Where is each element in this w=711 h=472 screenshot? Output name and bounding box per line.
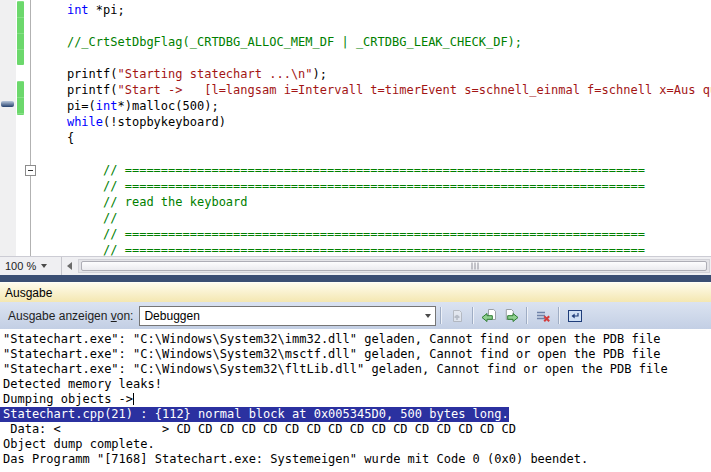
output-panel-title[interactable]: Ausgabe [0, 282, 711, 302]
show-output-from-label: Ausgabe anzeigen von: [8, 309, 133, 323]
clear-all-button[interactable] [532, 305, 554, 327]
next-message-button[interactable] [500, 305, 522, 327]
code-lines[interactable]: int *pi; //_CrtSetDbgFlag(_CRTDBG_ALLOC_… [0, 0, 711, 256]
editor-zoom-value: 100 % [5, 260, 36, 272]
output-line: Detected memory leaks! [3, 377, 711, 392]
editor-bottom-bar: 100 % [0, 256, 711, 275]
code-line: int *pi; [38, 2, 711, 18]
text-caret [133, 393, 134, 405]
output-title-label: Ausgabe [5, 286, 52, 300]
code-line: // read the keyboard [38, 194, 711, 210]
visual-studio-window: int *pi; //_CrtSetDbgFlag(_CRTDBG_ALLOC_… [0, 0, 711, 472]
output-source-value: Debuggen [140, 309, 420, 323]
code-line [38, 50, 711, 66]
output-line: "Statechart.exe": "C:\Windows\System32\i… [3, 332, 711, 347]
code-line [38, 18, 711, 34]
previous-message-button[interactable] [478, 305, 500, 327]
output-line: "Statechart.exe": "C:\Windows\System32\m… [3, 347, 711, 362]
toolbar-separator [558, 307, 560, 324]
previous-message-icon [481, 308, 497, 324]
code-line: { [38, 130, 711, 146]
output-line: "Statechart.exe": "C:\Windows\System32\f… [3, 362, 711, 377]
toolbar-separator [526, 307, 528, 324]
editor-zoom-dropdown[interactable]: 100 % [0, 257, 62, 275]
output-toolbar: Ausgabe anzeigen von: Debuggen [0, 302, 711, 329]
code-line: while(!stopbykeyboard) [38, 114, 711, 130]
toggle-word-wrap-button[interactable] [564, 305, 586, 327]
go-to-message-icon [449, 308, 465, 324]
output-source-combobox[interactable]: Debuggen [139, 306, 436, 326]
go-to-message-button[interactable] [446, 305, 468, 327]
output-line: Object dump complete. [3, 437, 711, 452]
code-line: // =====================================… [38, 162, 711, 178]
output-line: Das Programm "[7168] Statechart.exe: Sys… [3, 452, 711, 467]
output-line: Statechart.cpp(21) : {112} normal block … [3, 407, 711, 422]
scrollbar-grip-icon [472, 263, 479, 270]
hscroll-thumb[interactable] [81, 261, 707, 271]
toolbar-separator [440, 307, 442, 324]
pane-splitter[interactable] [0, 275, 711, 282]
toggle-word-wrap-icon [567, 308, 583, 324]
toolbar-separator [472, 307, 474, 324]
output-line: Dumping objects -> [3, 392, 711, 407]
chevron-down-icon [425, 314, 431, 318]
clear-all-icon [535, 308, 551, 324]
next-message-icon [503, 308, 519, 324]
code-line [38, 146, 711, 162]
hscroll-left-button[interactable] [62, 257, 77, 275]
code-line: // =====================================… [38, 178, 711, 194]
chevron-down-icon [41, 264, 47, 268]
arrow-left-icon [67, 262, 72, 270]
code-line: pi=(int*)malloc(500); [38, 98, 711, 114]
code-line: // =====================================… [38, 226, 711, 242]
combobox-dropdown-button[interactable] [420, 307, 435, 325]
code-editor[interactable]: int *pi; //_CrtSetDbgFlag(_CRTDBG_ALLOC_… [0, 0, 711, 256]
code-line: printf("Starting statechart ...\n"); [38, 66, 711, 82]
output-line: Data: < > CD CD CD CD CD CD CD CD CD CD … [3, 422, 711, 437]
horizontal-scrollbar[interactable] [78, 259, 710, 273]
code-line: // =====================================… [38, 242, 711, 256]
code-line: printf("Start -> [l=langsam i=Intervall … [38, 82, 711, 98]
output-lines[interactable]: "Statechart.exe": "C:\Windows\System32\i… [0, 329, 711, 472]
code-line: // [38, 210, 711, 226]
code-line: //_CrtSetDbgFlag(_CRTDBG_ALLOC_MEM_DF | … [38, 34, 711, 50]
